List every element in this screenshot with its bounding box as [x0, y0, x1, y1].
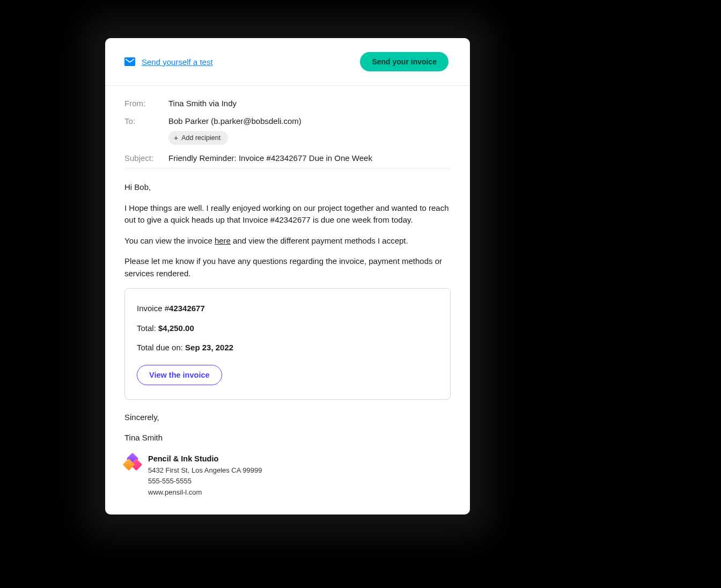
send-test-label: Send yourself a test: [142, 57, 213, 67]
card-header: Send yourself a test Send your invoice: [105, 38, 470, 86]
subject-value: Friendly Reminder: Invoice #42342677 Due…: [168, 153, 372, 163]
company-website: www.pensil-l.com: [148, 487, 262, 498]
invoice-number: 42342677: [169, 304, 205, 313]
invoice-due-line: Total due on: Sep 23, 2022: [137, 342, 438, 354]
subject-label: Subject:: [124, 153, 168, 163]
p2-pre: You can view the invoice: [124, 236, 215, 245]
invoice-total-line: Total: $4,250.00: [137, 322, 438, 335]
send-test-link[interactable]: Send yourself a test: [124, 57, 213, 67]
invoice-here-link[interactable]: here: [215, 236, 231, 245]
company-block: Pencil & Ink Studio 5432 First St, Los A…: [124, 453, 451, 499]
invoice-total-value: $4,250.00: [158, 324, 194, 333]
send-invoice-button[interactable]: Send your invoice: [360, 52, 448, 71]
invoice-due-value: Sep 23, 2022: [185, 343, 233, 352]
invoice-total-label: Total:: [137, 324, 158, 333]
from-label: From:: [124, 99, 168, 108]
invoice-number-line: Invoice #42342677: [137, 303, 438, 315]
body-paragraph-1: I Hope things are well. I really enjoyed…: [124, 202, 451, 226]
invoice-prefix: Invoice #: [137, 304, 169, 313]
add-recipient-label: Add recipient: [181, 134, 220, 142]
body-paragraph-2: You can view the invoice here and view t…: [124, 235, 451, 247]
company-info: Pencil & Ink Studio 5432 First St, Los A…: [148, 453, 262, 499]
invoice-due-label: Total due on:: [137, 343, 185, 352]
p2-post: and view the different payment methods I…: [231, 236, 408, 245]
subject-row: Subject: Friendly Reminder: Invoice #423…: [124, 153, 451, 163]
from-value: Tina Smith via Indy: [168, 99, 237, 108]
to-value: Bob Parker (b.parker@bobsdeli.com): [168, 116, 301, 126]
greeting: Hi Bob,: [124, 181, 451, 194]
plus-icon: +: [174, 134, 178, 142]
company-phone: 555-555-5555: [148, 476, 262, 487]
company-logo-icon: [124, 455, 141, 471]
to-label: To:: [124, 116, 168, 126]
to-row: To: Bob Parker (b.parker@bobsdeli.com) +…: [124, 116, 451, 145]
invoice-summary-box: Invoice #42342677 Total: $4,250.00 Total…: [124, 288, 451, 400]
sender-name: Tina Smith: [124, 432, 451, 444]
from-row: From: Tina Smith via Indy: [124, 99, 451, 108]
email-fields: From: Tina Smith via Indy To: Bob Parker…: [105, 86, 470, 163]
body-paragraph-3: Please let me know if you have any quest…: [124, 255, 451, 280]
company-name: Pencil & Ink Studio: [148, 453, 262, 465]
signoff: Sincerely,: [124, 411, 451, 424]
company-address: 5432 First St, Los Angeles CA 99999: [148, 465, 262, 476]
mail-icon: [124, 57, 135, 66]
email-body: Hi Bob, I Hope things are well. I really…: [105, 168, 470, 514]
add-recipient-button[interactable]: + Add recipient: [168, 131, 228, 145]
email-compose-card: Send yourself a test Send your invoice F…: [105, 38, 470, 514]
view-invoice-button[interactable]: View the invoice: [137, 365, 222, 385]
